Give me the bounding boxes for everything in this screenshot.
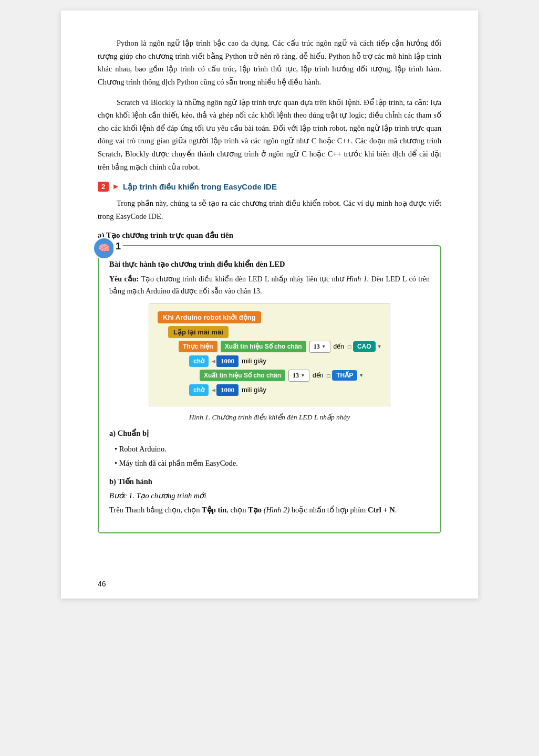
section-badge-2: 2	[98, 182, 109, 192]
exercise-number: 1	[113, 241, 123, 252]
chuan-bi-label: a) Chuẩn bị	[109, 427, 430, 440]
den-text-2: đến	[313, 372, 323, 379]
yc-text: Tạo chương trình điều khiển đèn LED L nh…	[141, 275, 346, 283]
yc-figure-ref: Hình 1.	[346, 275, 369, 283]
block-row-3: Thực hiện Xuất tín hiệu Số cho chân 13 ▼…	[158, 341, 381, 353]
block-thuchien-label: Thực hiện	[179, 341, 217, 352]
exercise-box: 🧠 1 Bài thực hành tạo chương trình điều …	[98, 245, 441, 533]
yc-label: Yêu cầu:	[109, 275, 139, 283]
tep-tin-label: Tệp tin	[202, 506, 226, 514]
dropdown-arrow-thap: ▼	[359, 373, 364, 378]
dropdown-arrow-cao: ▼	[377, 344, 382, 349]
section-2-heading: 2 ► Lập trình điều khiển trong EasyCode …	[98, 182, 441, 192]
page-number: 46	[98, 580, 106, 588]
den-text-1: đến	[334, 343, 344, 350]
block-cho-1: chờ	[189, 355, 209, 367]
block-xuat-2: Xuất tín hiệu Số cho chân	[200, 370, 285, 381]
step1-text: Trên Thanh bảng chọn, chọn Tệp tin, chọn…	[109, 503, 430, 517]
paragraph-2: Scratch và Blockly là những ngôn ngữ lập…	[98, 96, 441, 174]
block-loop: Lặp lại mãi mãi	[168, 326, 229, 338]
bracket-left-2: ◻	[326, 373, 330, 379]
block-row-6: chờ ◀ 1000 mili giây	[158, 384, 381, 396]
dropdown-arrow-2: ▼	[300, 373, 305, 378]
paragraph-1: Python là ngôn ngữ lập trình bậc cao đa …	[98, 37, 441, 89]
exercise-title: Bài thực hành tạo chương trình điều khiể…	[109, 260, 430, 269]
block-diagram: Khi Arduino robot khởi động Lặp lại mãi …	[149, 303, 390, 406]
tien-hanh-label: b) Tiến hành	[109, 475, 430, 488]
section-intro-para: Trong phần này, chúng ta sẽ tạo ra các c…	[98, 197, 441, 223]
arrow-1000-1: ◀ 1000	[212, 355, 239, 367]
block-cao: CAO	[353, 341, 376, 352]
block-xuat-1: Xuất tín hiệu Số cho chân	[221, 341, 306, 352]
tao-label: Tạo	[248, 506, 262, 514]
bracket-left-1: ◻	[347, 344, 351, 350]
ctrl-n-label: Ctrl + N	[368, 506, 395, 514]
exercise-body: Yêu cầu: Tạo chương trình điều khiển đèn…	[109, 273, 430, 297]
section-arrow: ►	[112, 182, 120, 191]
dropdown-arrow-1: ▼	[322, 344, 326, 349]
block-num-2: 1000	[216, 384, 239, 396]
block-num-1: 1000	[216, 355, 239, 367]
block-cho-2: chờ	[189, 384, 209, 396]
bullet-item-2: • Máy tính đã cài phần mềm EasyCode.	[115, 457, 430, 470]
block-row-2: Lặp lại mãi mãi	[158, 326, 381, 338]
arrow-1000-2: ◀ 1000	[212, 384, 239, 396]
thap-block-wrapper: ◻ THẤP ▼	[326, 370, 364, 381]
section-2-title: Lập trình điều khiển trong EasyCode IDE	[123, 182, 277, 192]
block-row-5: Xuất tín hiệu Số cho chân 13 ▼ đến ◻ THẤ…	[179, 370, 381, 382]
mili-giay-1: mili giây	[242, 357, 266, 365]
block-thap: THẤP	[332, 370, 357, 381]
figure-2-ref: (Hình 2)	[262, 506, 289, 514]
block-arduino-start: Khi Arduino robot khởi động	[158, 311, 261, 323]
block-row-1: Khi Arduino robot khởi động	[158, 311, 381, 323]
block-row-4: chờ ◀ 1000 mili giây	[158, 355, 381, 367]
cao-block-wrapper: ◻ CAO ▼	[347, 341, 382, 352]
step1-italic: Bước 1. Tạo chương trình mới	[109, 491, 430, 500]
mili-giay-2: mili giây	[242, 386, 266, 394]
block-pin-2[interactable]: 13 ▼	[288, 370, 309, 382]
bullet-item-1: • Robot Arduino.	[115, 443, 430, 456]
page: Python là ngôn ngữ lập trình bậc cao đa …	[61, 10, 478, 598]
sub-heading-a: a) Tạo chương trình trực quan đầu tiên	[98, 230, 441, 240]
exercise-icon: 🧠	[92, 237, 116, 260]
block-pin-1[interactable]: 13 ▼	[309, 341, 330, 353]
figure-caption: Hình 1. Chương trình điều khiển đèn LED …	[109, 413, 430, 422]
